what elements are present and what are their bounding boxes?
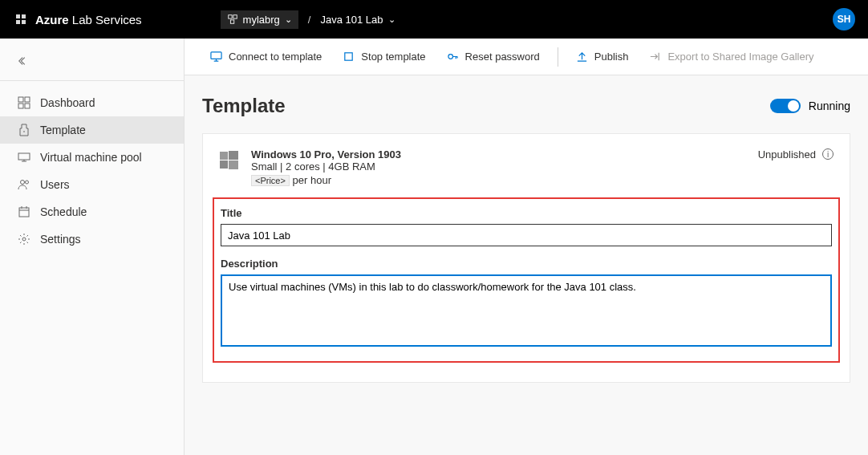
chevron-down-icon: ⌄ — [285, 14, 292, 25]
sidebar-item-label: Settings — [40, 233, 81, 246]
sidebar-item-settings[interactable]: Settings — [0, 225, 184, 253]
connect-icon — [210, 51, 222, 63]
vm-price: <Price> per hour — [251, 174, 747, 186]
brand: Azure Lab Services — [13, 11, 142, 27]
brand-suffix: Lab Services — [72, 13, 142, 26]
svg-point-9 — [26, 181, 29, 184]
os-title: Windows 10 Pro, Version 1903 — [251, 148, 747, 160]
sidebar-collapse-button[interactable] — [0, 47, 184, 75]
reset-password-button[interactable]: Reset password — [439, 46, 548, 67]
template-card: Windows 10 Pro, Version 1903 Small | 2 c… — [202, 133, 850, 383]
users-icon — [18, 178, 30, 191]
svg-rect-1 — [233, 15, 236, 18]
tool-label: Publish — [594, 51, 629, 63]
sidebar-item-label: Schedule — [40, 205, 87, 218]
svg-rect-15 — [220, 152, 228, 160]
svg-rect-16 — [229, 151, 238, 160]
svg-rect-4 — [25, 97, 30, 102]
sidebar-item-template[interactable]: Template — [0, 116, 184, 144]
running-toggle[interactable] — [770, 99, 801, 113]
connect-button[interactable]: Connect to template — [202, 46, 330, 67]
price-placeholder: <Price> — [251, 175, 290, 186]
svg-rect-18 — [229, 160, 238, 169]
tool-label: Stop template — [361, 51, 425, 63]
svg-point-11 — [22, 238, 26, 241]
upload-icon — [576, 51, 588, 63]
tool-label: Reset password — [465, 51, 540, 63]
vm-pool-icon — [18, 151, 30, 164]
schedule-icon — [18, 205, 30, 218]
dashboard-icon — [18, 96, 30, 109]
svg-rect-3 — [18, 97, 23, 102]
sidebar-item-vm-pool[interactable]: Virtual machine pool — [0, 144, 184, 171]
stop-icon — [343, 51, 355, 63]
toolbar: Connect to template Stop template Reset … — [185, 39, 868, 75]
page-title: Template — [202, 95, 286, 117]
divider — [0, 80, 184, 81]
gear-icon — [18, 233, 30, 246]
svg-point-14 — [448, 55, 452, 59]
chevron-down-icon: ⌄ — [388, 14, 395, 25]
svg-rect-0 — [228, 15, 231, 18]
breadcrumb: mylabrg ⌄ / Java 101 Lab ⌄ — [221, 10, 395, 29]
svg-rect-13 — [345, 53, 352, 60]
title-label: Title — [221, 207, 832, 219]
stop-button[interactable]: Stop template — [335, 46, 433, 67]
brand-prefix: Azure — [35, 13, 69, 26]
avatar[interactable]: SH — [833, 8, 855, 30]
avatar-initials: SH — [838, 14, 851, 25]
tool-label: Connect to template — [229, 51, 322, 63]
description-label: Description — [221, 258, 832, 270]
azure-logo-icon — [13, 11, 29, 27]
toggle-label: Running — [809, 100, 850, 112]
divider — [558, 47, 558, 67]
breadcrumb-separator: / — [308, 14, 311, 26]
breadcrumb-lab-label: Java 101 Lab — [320, 14, 383, 26]
sidebar-item-schedule[interactable]: Schedule — [0, 198, 184, 225]
svg-rect-12 — [211, 52, 221, 59]
template-icon — [18, 124, 30, 136]
sidebar-item-label: Dashboard — [40, 96, 95, 109]
key-icon — [447, 51, 459, 63]
vm-specs: Small | 2 cores | 4GB RAM — [251, 160, 747, 173]
price-suffix: per hour — [293, 174, 331, 186]
sidebar-item-label: Template — [40, 124, 86, 136]
sidebar: Dashboard Template Virtual machine pool … — [0, 39, 185, 455]
resource-group-icon — [227, 14, 238, 25]
breadcrumb-lab[interactable]: Java 101 Lab ⌄ — [320, 14, 395, 26]
svg-point-8 — [21, 181, 25, 185]
svg-rect-10 — [19, 208, 29, 217]
description-input[interactable] — [221, 274, 832, 347]
sidebar-item-label: Virtual machine pool — [40, 151, 142, 164]
publish-button[interactable]: Publish — [568, 46, 637, 67]
publish-status: Unpublished — [758, 148, 816, 160]
title-input[interactable] — [221, 224, 832, 246]
windows-icon — [219, 150, 240, 171]
svg-rect-7 — [18, 153, 30, 160]
sidebar-item-dashboard[interactable]: Dashboard — [0, 89, 184, 116]
svg-rect-2 — [230, 20, 233, 23]
sidebar-item-label: Users — [40, 178, 70, 191]
export-icon — [649, 51, 661, 63]
breadcrumb-rg-label: mylabrg — [243, 14, 280, 26]
top-bar: Azure Lab Services mylabrg ⌄ / Java 101 … — [0, 0, 868, 39]
highlight-region: Title Description — [213, 197, 840, 363]
info-icon[interactable]: i — [822, 148, 834, 160]
breadcrumb-resource-group[interactable]: mylabrg ⌄ — [221, 10, 298, 29]
sidebar-item-users[interactable]: Users — [0, 171, 184, 198]
svg-rect-5 — [18, 104, 23, 108]
svg-rect-6 — [25, 104, 30, 108]
tool-label: Export to Shared Image Gallery — [667, 51, 813, 63]
export-button: Export to Shared Image Gallery — [641, 46, 821, 67]
collapse-icon — [18, 55, 29, 67]
svg-rect-17 — [220, 160, 228, 169]
